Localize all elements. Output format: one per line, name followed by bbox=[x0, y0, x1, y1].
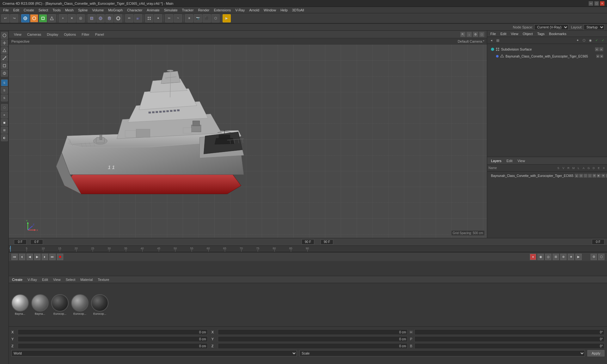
material-ball[interactable] bbox=[11, 294, 29, 312]
timeline-sync-button[interactable]: ⬡ bbox=[598, 254, 604, 260]
rotate-tool-button[interactable] bbox=[30, 14, 38, 22]
obj-tb-icon1[interactable]: ✦ bbox=[575, 38, 580, 43]
end-frame-input[interactable] bbox=[321, 240, 333, 245]
y-rot-input[interactable] bbox=[218, 336, 408, 342]
key-rot-button[interactable]: ⊞ bbox=[553, 254, 559, 260]
deselect-button[interactable]: ✕ bbox=[68, 14, 76, 22]
create-mat-tab[interactable]: Create bbox=[10, 277, 24, 282]
timeline-options-button[interactable]: ⚙ bbox=[591, 254, 597, 260]
menu-item-help[interactable]: Help bbox=[279, 8, 290, 13]
layer-icon[interactable]: ◈ bbox=[606, 174, 607, 178]
edit-mat-tab[interactable]: Edit bbox=[40, 277, 50, 282]
h-input[interactable] bbox=[414, 329, 604, 335]
menu-item-tools[interactable]: Tools bbox=[51, 8, 63, 13]
layer-icon[interactable]: ◌ bbox=[584, 174, 587, 178]
goto-start-button[interactable]: ⏮ bbox=[11, 254, 18, 260]
start-frame-input[interactable] bbox=[30, 240, 43, 245]
file-menu-right[interactable]: File bbox=[488, 31, 498, 36]
object-menu-right[interactable]: Object bbox=[521, 31, 535, 36]
magnet-button[interactable]: ◌ bbox=[1, 104, 8, 111]
cameras-tab[interactable]: Cameras bbox=[25, 32, 44, 37]
menu-item-tracker[interactable]: Tracker bbox=[180, 8, 196, 13]
layer-row[interactable]: Baynunah_Class_Corvette_with_Eurocopter_… bbox=[488, 173, 606, 179]
layers-tab[interactable]: Layers bbox=[490, 158, 503, 163]
material-ball[interactable] bbox=[51, 294, 69, 312]
apply-button[interactable]: Apply bbox=[587, 350, 604, 356]
z-pos-input[interactable] bbox=[18, 343, 208, 349]
symmetry-button[interactable]: ◼ bbox=[1, 119, 8, 126]
viewport-expand-button[interactable]: ⇱ bbox=[460, 32, 465, 37]
current-frame-input[interactable]: 0 F bbox=[14, 240, 27, 245]
menu-item-mograph[interactable]: MoGraph bbox=[106, 8, 125, 13]
view-menu-right[interactable]: View bbox=[509, 31, 520, 36]
key-all-button[interactable]: ◉ bbox=[537, 254, 544, 260]
maximize-button[interactable]: □ bbox=[594, 1, 599, 6]
viewport-maximize-button[interactable]: □ bbox=[479, 32, 484, 37]
material-ball[interactable] bbox=[31, 294, 49, 312]
menu-item-render[interactable]: Render bbox=[196, 8, 211, 13]
b-input[interactable] bbox=[414, 343, 604, 349]
play-button[interactable]: ▶ bbox=[34, 254, 40, 260]
extrude-button[interactable] bbox=[134, 14, 142, 22]
viewport-canvas[interactable]: 1 1 bbox=[9, 45, 487, 238]
menu-item-v-ray[interactable]: V-Ray bbox=[233, 8, 247, 13]
x-pos-input[interactable] bbox=[18, 329, 208, 335]
goto-end-button[interactable]: ⏭ bbox=[49, 254, 56, 260]
play-reverse-button[interactable]: ◀ bbox=[27, 254, 33, 260]
menu-item-edit[interactable]: Edit bbox=[11, 8, 21, 13]
viewport-settings-button[interactable]: ⚙ bbox=[473, 32, 478, 37]
close-button[interactable]: ✕ bbox=[600, 1, 604, 6]
vis-icon[interactable]: ● bbox=[596, 55, 599, 58]
move-tool-left[interactable] bbox=[1, 39, 8, 46]
light-button[interactable]: ☀ bbox=[185, 14, 193, 22]
torus-button[interactable] bbox=[114, 14, 122, 22]
spline-pen-button[interactable]: ✏ bbox=[125, 14, 133, 22]
x-rot-input[interactable] bbox=[218, 329, 408, 335]
camera-button[interactable]: 📷 bbox=[194, 14, 202, 22]
layers-view-tab[interactable]: View bbox=[516, 158, 526, 163]
layer-icon[interactable]: ⊞ bbox=[592, 174, 596, 178]
view-tab[interactable]: View bbox=[11, 32, 24, 37]
redo-button[interactable]: ↪ bbox=[10, 14, 18, 22]
selection-free-button[interactable]: S bbox=[1, 94, 8, 101]
sky-button[interactable]: ⬡ bbox=[212, 14, 220, 22]
transform-tool-button[interactable] bbox=[48, 14, 56, 22]
select-all-button[interactable]: + bbox=[59, 14, 67, 22]
menu-item-mesh[interactable]: Mesh bbox=[63, 8, 76, 13]
obj-tb-arrow[interactable]: ◂ bbox=[488, 38, 494, 43]
scale-tool-button[interactable] bbox=[39, 14, 47, 22]
menu-item-animate[interactable]: Animate bbox=[145, 8, 161, 13]
material-mat-tab[interactable]: Material bbox=[78, 277, 95, 282]
obj-tb-check1[interactable]: ✓ bbox=[594, 38, 599, 43]
vis-icon[interactable]: ● bbox=[600, 55, 603, 58]
texture-mat-tab[interactable]: Texture bbox=[96, 277, 111, 282]
polygon-mode-button[interactable] bbox=[1, 47, 8, 54]
prev-frame-button[interactable]: ⏴ bbox=[19, 254, 25, 260]
menu-item-3dtoall[interactable]: 3DToAll bbox=[290, 8, 306, 13]
material-item[interactable]: Bayna... bbox=[11, 294, 29, 315]
layer-icon[interactable]: ▶ bbox=[597, 174, 601, 178]
obj-tb-menu[interactable]: ▤ bbox=[495, 38, 500, 43]
menu-item-arnold[interactable]: Arnold bbox=[247, 8, 261, 13]
obj-tb-check2[interactable]: ✓ bbox=[600, 38, 606, 43]
key-pla-button[interactable]: ▶ bbox=[575, 254, 582, 260]
floor-button[interactable]: ⬛ bbox=[203, 14, 211, 22]
material-item[interactable]: Eurocop... bbox=[91, 294, 108, 315]
undo-button[interactable]: ↩ bbox=[1, 14, 9, 22]
transform-mode-select[interactable]: Scale Position Rotation bbox=[299, 350, 585, 356]
soft-selection-button[interactable]: ≡ bbox=[1, 112, 8, 118]
loop-select-button[interactable] bbox=[77, 14, 85, 22]
render-button[interactable]: ▶ bbox=[223, 14, 231, 22]
paint-button[interactable]: ✂ bbox=[165, 14, 173, 22]
selection-rect-button[interactable]: S bbox=[1, 79, 8, 86]
vray-mat-tab[interactable]: V-Ray bbox=[26, 277, 39, 282]
bookmarks-menu-right[interactable]: Bookmarks bbox=[547, 31, 568, 36]
menu-item-volume[interactable]: Volume bbox=[90, 8, 106, 13]
point-mode-button[interactable] bbox=[1, 62, 8, 69]
layer-icon[interactable]: ★ bbox=[601, 174, 605, 178]
key-pos-button[interactable]: ◎ bbox=[545, 254, 551, 260]
p-input[interactable] bbox=[414, 336, 604, 342]
layer-icon[interactable]: □ bbox=[588, 174, 592, 178]
cube-button[interactable] bbox=[88, 14, 96, 22]
record-button[interactable]: ⏺ bbox=[57, 254, 63, 260]
